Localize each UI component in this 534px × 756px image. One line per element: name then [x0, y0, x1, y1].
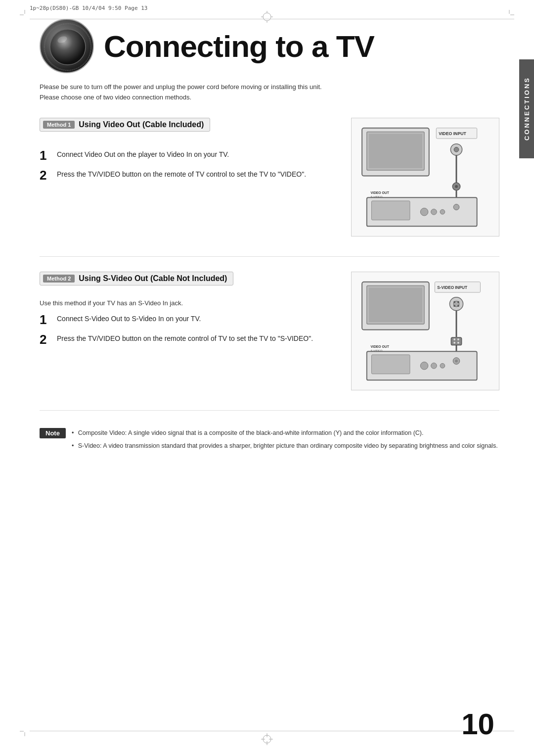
- svg-point-53: [453, 341, 455, 343]
- svg-point-64: [455, 359, 458, 362]
- svg-text:S-VIDEO INPUT: S-VIDEO INPUT: [437, 285, 467, 290]
- note-text2: S-Video: A video transmission standard t…: [78, 442, 498, 449]
- svg-point-17: [50, 29, 86, 65]
- svg-rect-50: [451, 337, 461, 345]
- svg-point-60: [440, 363, 445, 368]
- note-badge: Note: [40, 428, 66, 438]
- svg-point-34: [440, 209, 445, 214]
- crosshair-bottom: [261, 733, 273, 745]
- note-section: Note • Composite Video: A single video s…: [40, 421, 499, 461]
- svg-text:010101010101010101010101010101: 0101010101010101010101010101010101010101…: [41, 20, 92, 71]
- svg-point-54: [457, 341, 459, 343]
- title-icon-svg: 0101010101010101010101010101010101010101…: [41, 20, 94, 73]
- method2-title: Using S-Video Out (Cable Not Included): [79, 274, 227, 283]
- svg-point-47: [453, 305, 455, 307]
- note-text1: Composite Video: A single video signal t…: [78, 429, 424, 436]
- method2-step1-number: 1: [40, 313, 57, 327]
- method1-badge: Method 1: [43, 121, 75, 129]
- note-item1: • Composite Video: A single video signal…: [72, 428, 498, 438]
- svg-point-25: [454, 147, 459, 152]
- method2-step2-text: Press the TV/VIDEO button on the remote …: [57, 333, 313, 344]
- step2-number: 2: [40, 168, 57, 183]
- page-number: 10: [461, 707, 494, 741]
- svg-rect-57: [371, 355, 410, 374]
- method1-step2: 2 Press the TV/VIDEO button on the remot…: [40, 169, 336, 183]
- step2-text: Press the TV/VIDEO button on the remote …: [57, 169, 306, 180]
- subtitle-line2: Please choose one of two video connectio…: [40, 94, 191, 101]
- bottom-rule: [30, 731, 514, 731]
- method2-header: Method 2 Using S-Video Out (Cable Not In…: [40, 272, 233, 285]
- method2-step2-number: 2: [40, 332, 57, 347]
- step1-number: 1: [40, 148, 57, 163]
- svg-point-37: [453, 204, 459, 210]
- subtitle-line1: Please be sure to turn off the power and…: [40, 83, 322, 91]
- svg-text:S-VIDEO: S-VIDEO: [370, 195, 382, 198]
- svg-point-59: [431, 363, 437, 369]
- subtitle-text: Please be sure to turn off the power and…: [40, 82, 376, 103]
- step1-text: Connect Video Out on the player to Video…: [57, 149, 229, 160]
- svg-rect-40: [368, 287, 422, 322]
- method2-note: Use this method if your TV has an S-Vide…: [40, 299, 336, 307]
- crop-mark-tl: [20, 10, 30, 20]
- note-bullet1: •: [72, 429, 74, 436]
- svg-point-58: [420, 362, 428, 370]
- svg-point-48: [457, 305, 459, 307]
- method2-diagram: S-VIDEO INPUT: [351, 272, 499, 390]
- note-bullet2: •: [72, 442, 74, 449]
- svg-text:VIDEO INPUT: VIDEO INPUT: [439, 131, 466, 136]
- svg-point-46: [457, 301, 459, 303]
- method1-section: Method 1 Using Video Out (Cable Included…: [40, 118, 499, 236]
- svg-point-33: [431, 209, 437, 215]
- title-section: 0101010101010101010101010101010101010101…: [40, 19, 499, 73]
- method1-header: Method 1 Using Video Out (Cable Included…: [40, 118, 210, 132]
- svg-rect-21: [368, 134, 422, 168]
- method2-badge: Method 2: [43, 275, 75, 283]
- svg-text:VIDEO OUT: VIDEO OUT: [370, 345, 389, 348]
- crop-mark-bl: [20, 726, 30, 736]
- method2-step1: 1 Connect S-Video Out to S-Video In on y…: [40, 314, 336, 327]
- svg-text:VIDEO OUT: VIDEO OUT: [370, 191, 389, 194]
- note-item2: • S-Video: A video transmission standard…: [72, 441, 498, 451]
- method2-section: Method 2 Using S-Video Out (Cable Not In…: [40, 272, 499, 390]
- title-icon: 0101010101010101010101010101010101010101…: [40, 19, 94, 73]
- svg-point-51: [453, 338, 455, 340]
- crop-mark-tr: [504, 10, 514, 20]
- method1-content: Method 1 Using Video Out (Cable Included…: [40, 118, 336, 189]
- method1-step1: 1 Connect Video Out on the player to Vid…: [40, 149, 336, 163]
- method2-diagram-svg: S-VIDEO INPUT: [355, 277, 496, 385]
- svg-point-32: [420, 208, 428, 216]
- svg-point-52: [457, 338, 459, 340]
- separator-line-2: [40, 410, 499, 411]
- separator-line: [40, 256, 499, 257]
- svg-rect-31: [371, 201, 410, 220]
- method2-content: Method 2 Using S-Video Out (Cable Not In…: [40, 272, 336, 354]
- svg-point-18: [57, 35, 68, 44]
- page-title: Connecting to a TV: [104, 29, 374, 64]
- method1-diagram-svg: VIDEO INPUT VIDEO: [355, 123, 496, 231]
- svg-point-28: [455, 185, 458, 188]
- method2-step2: 2 Press the TV/VIDEO button on the remot…: [40, 333, 336, 347]
- method1-diagram: VIDEO INPUT VIDEO: [351, 118, 499, 236]
- svg-point-45: [453, 301, 455, 303]
- note-content: • Composite Video: A single video signal…: [72, 428, 498, 454]
- svg-text:S-VIDEO: S-VIDEO: [370, 349, 382, 352]
- method1-title: Using Video Out (Cable Included): [79, 120, 204, 129]
- method2-step1-text: Connect S-Video Out to S-Video In on you…: [57, 314, 201, 324]
